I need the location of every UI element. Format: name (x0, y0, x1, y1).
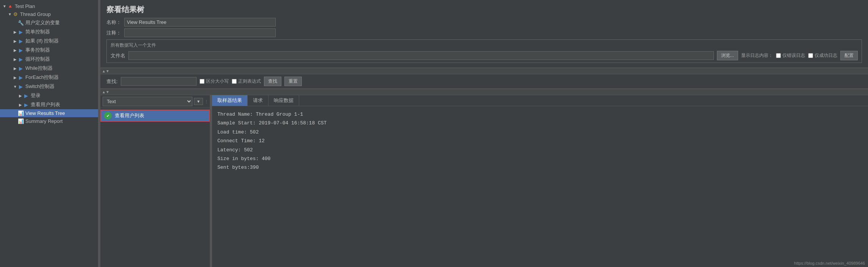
sidebar-icon-view-user-list: ▶ (23, 102, 30, 108)
sidebar-arrow-loop-ctrl: ▶ (13, 57, 17, 61)
name-input[interactable] (124, 18, 276, 27)
sidebar-icon-while-ctrl: ▶ (17, 66, 24, 71)
sidebar-item-login[interactable]: ▶▶登录 (0, 91, 98, 100)
search-input[interactable] (121, 77, 197, 86)
list-panel: Text ▼ ⋮ ✔查看用户列表 (100, 95, 210, 267)
file-input[interactable] (128, 51, 714, 60)
sidebar-item-loop-ctrl[interactable]: ▶▶循环控制器 (0, 55, 98, 64)
log-options-label: 显示日志内容： (741, 52, 773, 59)
sidebar-label-loop-ctrl: 循环控制器 (25, 56, 50, 63)
tab-request[interactable]: 请求 (248, 95, 269, 106)
sidebar-icon-login: ▶ (23, 93, 30, 99)
sidebar-arrow-login: ▶ (18, 94, 23, 98)
comment-row: 注释： (106, 28, 862, 37)
watermark: https://blog.csdn.net/weixin_40989646 (794, 261, 865, 265)
sidebar-label-user-vars: 用户定义的变量 (25, 19, 60, 26)
sidebar-item-summary-report[interactable]: 📊Summary Report (0, 117, 98, 125)
sidebar-arrow-view-user-list: ▶ (18, 103, 23, 107)
collapse-row-2: ▲▼ (100, 89, 868, 95)
search-row: 查找: 区分大小写 正则表达式 查找 重置 (100, 74, 868, 89)
sidebar-item-thread-group[interactable]: ▼⚙Thread Group (0, 10, 98, 18)
list-item-icon-query-user-list: ✔ (104, 112, 112, 119)
collapse-row-1: ▲▼ (100, 68, 868, 74)
list-item-label-query-user-list: 查看用户列表 (115, 112, 144, 119)
sidebar-item-test-plan[interactable]: ▼🔺Test Plan (0, 2, 98, 10)
sidebar-item-user-vars[interactable]: 🔧用户定义的变量 (0, 18, 98, 27)
list-items: ✔查看用户列表 (100, 108, 210, 267)
case-sensitive-checkbox[interactable] (200, 79, 205, 84)
file-section-title: 所有数据写入一个文件 (111, 42, 858, 49)
sidebar-arrow-while-ctrl: ▶ (13, 66, 17, 71)
sidebar-label-transaction-ctrl: 事务控制器 (25, 47, 50, 53)
details-line: Load time: 502 (217, 128, 863, 137)
sidebar-icon-switch-ctrl: ▶ (17, 84, 24, 90)
name-label: 名称： (106, 19, 121, 26)
regex-option[interactable]: 正则表达式 (232, 78, 261, 85)
config-button[interactable]: 配置 (840, 51, 858, 60)
sidebar-icon-loop-ctrl: ▶ (17, 57, 24, 62)
sidebar-icon-simple-ctrl: ▶ (17, 29, 24, 35)
name-row: 名称： (106, 18, 862, 27)
list-toolbar: Text ▼ ⋮ (100, 95, 210, 108)
details-line: Connect Time: 12 (217, 137, 863, 145)
sidebar-label-simple-ctrl: 简单控制器 (25, 28, 50, 35)
regex-checkbox[interactable] (232, 79, 237, 84)
sidebar-label-view-results-tree: View Results Tree (25, 110, 65, 116)
panel-header: 察看结果树 名称： 注释： 所有数据写入一个文件 文件名 浏览... 显示日志内… (100, 0, 868, 68)
details-line: Sample Start: 2019-07-04 16:58:18 CST (217, 119, 863, 127)
case-sensitive-option[interactable]: 区分大小写 (200, 78, 229, 85)
sidebar-item-if-ctrl[interactable]: ▶▶如果 (If) 控制器 (0, 36, 98, 46)
sidebar: ▼🔺Test Plan▼⚙Thread Group🔧用户定义的变量▶▶简单控制器… (0, 0, 98, 267)
success-log-checkbox[interactable] (808, 53, 813, 58)
comment-input[interactable] (124, 28, 276, 37)
sidebar-item-while-ctrl[interactable]: ▶▶While控制器 (0, 64, 98, 73)
sidebar-label-switch-ctrl: Switch控制器 (25, 83, 55, 90)
sidebar-label-login: 登录 (31, 92, 41, 99)
tab-response-data[interactable]: 响应数据 (269, 95, 299, 106)
sidebar-item-foreach-ctrl[interactable]: ▶▶ForEach控制器 (0, 73, 98, 82)
sidebar-item-view-results-tree[interactable]: 📊View Results Tree (0, 109, 98, 117)
details-line: Size in bytes: 400 (217, 154, 863, 163)
file-label: 文件名 (111, 52, 125, 59)
log-options: 显示日志内容： 仅错误日志 仅成功日志 配置 (741, 51, 858, 60)
format-dropdown[interactable]: Text (103, 97, 192, 106)
sidebar-item-simple-ctrl[interactable]: ▶▶简单控制器 (0, 27, 98, 36)
collapse-arrows-1: ▲▼ (102, 69, 109, 73)
sidebar-item-switch-ctrl[interactable]: ▼▶Switch控制器 (0, 82, 98, 91)
sidebar-arrow-transaction-ctrl: ▶ (13, 48, 17, 52)
sidebar-icon-summary-report: 📊 (17, 118, 24, 124)
error-log-label[interactable]: 仅错误日志 (776, 52, 805, 59)
sidebar-label-test-plan: Test Plan (15, 3, 35, 9)
sidebar-icon-view-results-tree: 📊 (17, 110, 24, 116)
sidebar-arrow-if-ctrl: ▶ (13, 39, 17, 43)
details-line: Sent bytes:390 (217, 163, 863, 172)
error-log-checkbox[interactable] (776, 53, 781, 58)
sidebar-label-view-user-list: 查看用户列表 (31, 101, 60, 108)
sidebar-label-thread-group: Thread Group (20, 11, 51, 17)
sidebar-label-foreach-ctrl: ForEach控制器 (25, 74, 59, 81)
sidebar-label-if-ctrl: 如果 (If) 控制器 (25, 38, 59, 44)
tabs-row: 取样器结果请求响应数据 (212, 95, 868, 106)
sidebar-arrow-foreach-ctrl: ▶ (13, 75, 17, 80)
sidebar-item-view-user-list[interactable]: ▶▶查看用户列表 (0, 100, 98, 109)
dropdown-arrow-button[interactable]: ▼ (194, 98, 203, 105)
sidebar-icon-if-ctrl: ▶ (17, 38, 24, 44)
sidebar-icon-transaction-ctrl: ▶ (17, 47, 24, 53)
list-item-query-user-list[interactable]: ✔查看用户列表 (100, 110, 210, 122)
tab-sampler-result[interactable]: 取样器结果 (212, 95, 248, 106)
sidebar-icon-user-vars: 🔧 (17, 20, 24, 26)
reset-button[interactable]: 重置 (284, 77, 302, 86)
search-label: 查找: (106, 78, 118, 85)
success-log-label[interactable]: 仅成功日志 (808, 52, 837, 59)
sidebar-item-transaction-ctrl[interactable]: ▶▶事务控制器 (0, 46, 98, 55)
details-panel: 取样器结果请求响应数据 Thread Name: Thread Group 1-… (212, 95, 868, 267)
sidebar-label-summary-report: Summary Report (25, 118, 62, 124)
collapse-arrows-2: ▲▼ (102, 90, 109, 94)
panel-title: 察看结果树 (106, 5, 862, 15)
find-button[interactable]: 查找 (264, 77, 281, 86)
file-section: 所有数据写入一个文件 文件名 浏览... 显示日志内容： 仅错误日志 仅成功日志… (106, 39, 862, 63)
sidebar-arrow-test-plan: ▼ (2, 4, 7, 8)
file-row: 文件名 浏览... 显示日志内容： 仅错误日志 仅成功日志 配置 (111, 51, 858, 60)
browse-button[interactable]: 浏览... (717, 51, 738, 60)
sidebar-arrow-simple-ctrl: ▶ (13, 30, 17, 34)
